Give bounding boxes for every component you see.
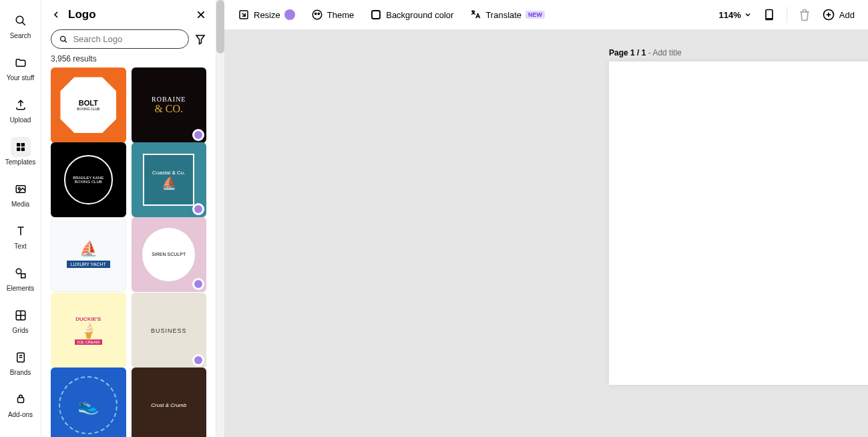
rail-label: Media: [11, 200, 29, 208]
pages-icon[interactable]: [763, 8, 776, 21]
search-input[interactable]: [73, 34, 180, 44]
templates-icon: [15, 141, 27, 153]
grids-icon: [15, 309, 27, 321]
plus-circle-icon: [822, 8, 835, 21]
template-thumb[interactable]: Crust & Crumb: [132, 368, 207, 437]
svg-rect-3: [21, 143, 24, 146]
results-count: 3,956 results: [41, 54, 216, 67]
svg-point-7: [18, 188, 20, 190]
search-icon: [15, 15, 27, 27]
canvas-area[interactable]: Page 1 / 1 - Add title: [224, 29, 868, 437]
back-icon[interactable]: [51, 9, 61, 20]
panel-title: Logo: [68, 8, 189, 21]
theme-button[interactable]: Theme: [311, 9, 354, 21]
folder-icon: [15, 57, 27, 69]
rail-upload[interactable]: Upload: [3, 91, 38, 128]
rail-addons[interactable]: Add-ons: [3, 386, 38, 422]
bgcolor-button[interactable]: Background color: [370, 9, 453, 21]
svg-rect-13: [17, 398, 23, 403]
template-thumb[interactable]: 👟: [51, 368, 126, 437]
filter-icon[interactable]: [194, 33, 206, 45]
search-icon: [59, 35, 67, 44]
add-button[interactable]: Add: [822, 8, 855, 21]
main-area: Resize Theme Background color Translate …: [224, 0, 868, 437]
media-icon: [15, 183, 27, 195]
canvas[interactable]: [609, 61, 868, 385]
svg-rect-5: [21, 148, 24, 151]
svg-point-16: [61, 36, 65, 41]
rail-label: Add-ons: [8, 411, 33, 418]
premium-badge-icon: [284, 9, 295, 20]
separator: [787, 7, 787, 23]
brands-icon: [15, 351, 27, 363]
template-thumb[interactable]: BOLTBOXING CLUB: [51, 67, 126, 143]
scrollbar-thumb[interactable]: [216, 0, 224, 53]
new-badge: NEW: [525, 11, 545, 19]
svg-point-20: [312, 10, 322, 19]
template-thumb[interactable]: ROBAINE& CO.: [132, 67, 207, 143]
side-rail: Search Your stuff Upload Templates Media…: [0, 0, 41, 437]
panel-scrollbar[interactable]: [216, 0, 224, 437]
svg-point-21: [314, 13, 316, 14]
rail-label: Brands: [10, 369, 31, 376]
template-thumb[interactable]: ⛵LUXURY YACHT: [51, 217, 126, 293]
template-thumb[interactable]: BUSINESS: [132, 293, 207, 368]
topbar: Resize Theme Background color Translate …: [224, 0, 868, 29]
resize-button[interactable]: Resize: [238, 9, 295, 21]
premium-icon: [192, 354, 204, 366]
rail-label: Text: [14, 243, 26, 250]
close-icon[interactable]: [196, 9, 206, 20]
shapes-icon: [15, 267, 27, 279]
rail-label: Grids: [13, 327, 29, 334]
svg-rect-4: [17, 148, 20, 151]
rail-media[interactable]: Media: [3, 175, 38, 212]
translate-button[interactable]: Translate NEW: [469, 9, 545, 21]
rail-brands[interactable]: Brands: [3, 343, 38, 380]
premium-icon: [192, 129, 204, 141]
rail-label: Your stuff: [7, 74, 35, 82]
svg-line-1: [22, 22, 25, 25]
svg-point-22: [318, 13, 319, 14]
svg-point-0: [16, 16, 23, 23]
rail-label: Upload: [10, 116, 31, 124]
premium-icon: [192, 278, 204, 290]
svg-marker-18: [196, 35, 204, 44]
rail-text[interactable]: Text: [3, 217, 38, 254]
square-icon: [370, 9, 382, 21]
templates-panel: Logo 3,956 results BOLTBOXING CLUB ROBAI…: [41, 0, 216, 437]
template-thumb[interactable]: Coastal & Co.⛵: [132, 142, 207, 218]
svg-rect-2: [17, 143, 20, 146]
template-grid: BOLTBOXING CLUB ROBAINE& CO. BRADLEY KAN…: [41, 67, 216, 437]
rail-label: Search: [10, 32, 31, 39]
translate-icon: [469, 9, 481, 21]
svg-rect-24: [766, 10, 773, 19]
svg-rect-23: [372, 11, 380, 19]
rail-label: Elements: [7, 285, 35, 292]
chevron-down-icon: [744, 11, 752, 19]
addons-icon: [15, 394, 27, 406]
rail-label: Templates: [5, 158, 36, 166]
rail-templates[interactable]: Templates: [3, 133, 38, 170]
zoom-control[interactable]: 114%: [719, 10, 752, 20]
upload-icon: [15, 99, 27, 111]
svg-point-8: [16, 269, 21, 274]
resize-icon: [238, 9, 250, 21]
rail-elements[interactable]: Elements: [3, 259, 38, 296]
trash-icon: [798, 8, 811, 21]
page-label[interactable]: Page 1 / 1 - Add title: [609, 48, 682, 57]
template-thumb[interactable]: SIREN SCULPT: [132, 217, 207, 293]
template-thumb[interactable]: BRADLEY KANE BOXING CLUB: [51, 142, 126, 218]
search-box[interactable]: [51, 29, 189, 49]
theme-icon: [311, 9, 323, 21]
rail-search[interactable]: Search: [3, 7, 38, 43]
rail-grids[interactable]: Grids: [3, 301, 38, 338]
rail-your-stuff[interactable]: Your stuff: [3, 49, 38, 86]
template-thumb[interactable]: DUCKIE'S🍦ICE CREAM: [51, 293, 126, 368]
svg-line-17: [65, 40, 67, 42]
premium-icon: [192, 203, 204, 215]
text-icon: [15, 225, 27, 237]
